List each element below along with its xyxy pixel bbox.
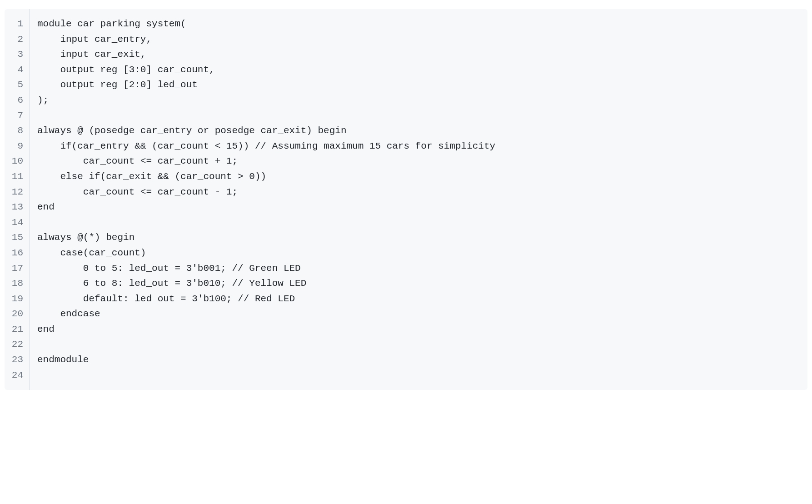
code-line: output reg [2:0] led_out (30, 77, 807, 93)
code-line: always @(*) begin (30, 230, 807, 245)
code-line: 0 to 5: led_out = 3'b001; // Green LED (30, 261, 807, 276)
line-number-gutter: 123456789101112131415161718192021222324 (5, 9, 30, 390)
line-number: 18 (5, 276, 30, 291)
code-line: endcase (30, 306, 807, 322)
code-line (30, 368, 807, 383)
line-number: 6 (5, 93, 30, 108)
line-number: 11 (5, 169, 30, 185)
code-line: end (30, 200, 807, 215)
line-number: 23 (5, 352, 30, 368)
line-number: 5 (5, 77, 30, 93)
line-number: 10 (5, 154, 30, 169)
code-line: always @ (posedge car_entry or posedge c… (30, 123, 807, 139)
code-line (30, 337, 807, 352)
code-line (30, 108, 807, 124)
line-number: 21 (5, 322, 30, 337)
line-number: 9 (5, 139, 30, 154)
code-line: input car_exit, (30, 47, 807, 62)
line-number: 3 (5, 47, 30, 62)
code-line: 6 to 8: led_out = 3'b010; // Yellow LED (30, 276, 807, 291)
code-line: else if(car_exit && (car_count > 0)) (30, 169, 807, 185)
code-line: input car_entry, (30, 32, 807, 47)
line-number: 2 (5, 32, 30, 47)
code-line: module car_parking_system( (30, 16, 807, 32)
line-number: 15 (5, 230, 30, 245)
code-line: car_count <= car_count - 1; (30, 185, 807, 200)
code-line: case(car_count) (30, 245, 807, 261)
line-number: 16 (5, 245, 30, 261)
code-line: end (30, 322, 807, 337)
line-number: 20 (5, 306, 30, 322)
line-number: 4 (5, 62, 30, 78)
line-number: 22 (5, 337, 30, 352)
line-number: 12 (5, 185, 30, 200)
line-number: 8 (5, 123, 30, 139)
code-line: default: led_out = 3'b100; // Red LED (30, 291, 807, 307)
code-line: endmodule (30, 352, 807, 368)
line-number: 24 (5, 368, 30, 383)
code-line: ); (30, 93, 807, 108)
code-line: car_count <= car_count + 1; (30, 154, 807, 169)
code-line: if(car_entry && (car_count < 15)) // Ass… (30, 139, 807, 154)
code-content[interactable]: module car_parking_system( input car_ent… (30, 9, 807, 390)
line-number: 17 (5, 261, 30, 276)
line-number: 1 (5, 16, 30, 32)
code-block: 123456789101112131415161718192021222324 … (5, 9, 807, 390)
line-number: 7 (5, 108, 30, 124)
code-line (30, 215, 807, 230)
line-number: 13 (5, 200, 30, 215)
code-line: output reg [3:0] car_count, (30, 62, 807, 78)
line-number: 14 (5, 215, 30, 230)
line-number: 19 (5, 291, 30, 307)
